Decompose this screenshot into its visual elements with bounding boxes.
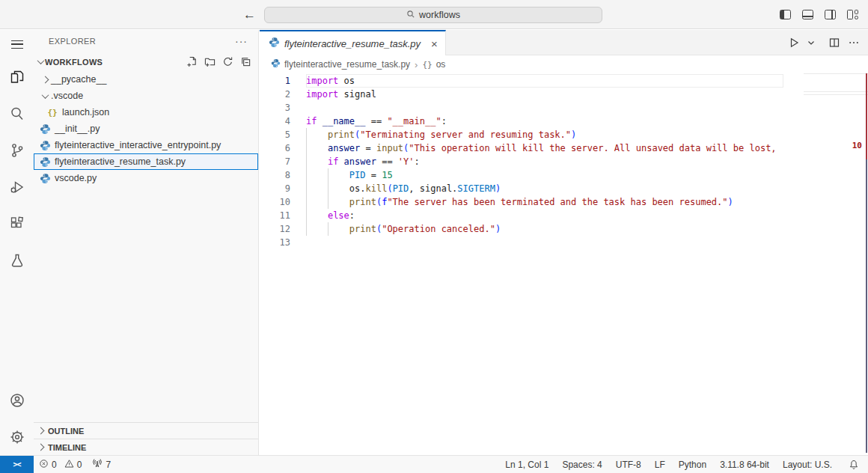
status-utf-8[interactable]: UTF-8	[609, 456, 648, 473]
line-number: 13	[260, 236, 290, 249]
toggle-panel-icon[interactable]	[800, 7, 816, 22]
code-line-3[interactable]: 3	[260, 101, 783, 115]
tab-flyteinteractive-resume-task[interactable]: flyteinteractive_resume_task.py ×	[260, 30, 446, 55]
python-file-icon	[269, 37, 280, 51]
tree-item-flyteinteractive-interactive-entrypoint-py[interactable]: flyteinteractive_interactive_entrypoint.…	[34, 137, 258, 153]
title-bar: ← → workflows	[0, 0, 868, 29]
code-line-11[interactable]: 11 else:	[260, 209, 783, 222]
explorer-icon[interactable]	[0, 58, 34, 95]
line-number: 9	[260, 182, 290, 195]
chevron-right-icon	[37, 427, 45, 435]
nav-back-icon[interactable]: ←	[243, 7, 256, 22]
editor-more-actions-icon[interactable]	[846, 34, 862, 51]
code-line-2[interactable]: 2import signal	[260, 88, 783, 101]
line-number: 2	[260, 88, 290, 101]
command-center-search[interactable]: workflows	[264, 7, 602, 23]
notifications-bell-icon[interactable]	[843, 456, 868, 473]
tree-item-launch-json[interactable]: {}launch.json	[34, 104, 258, 120]
new-folder-icon[interactable]	[204, 55, 216, 68]
status-ln[interactable]: Ln 1, Col 1	[498, 456, 555, 473]
code-line-13[interactable]: 13	[260, 236, 783, 249]
tree-item--vscode[interactable]: .vscode	[34, 88, 258, 104]
code-line-9[interactable]: 9 os.kill(PID, signal.SIGTERM)	[260, 182, 783, 195]
status-spaces[interactable]: Spaces: 4	[555, 456, 608, 473]
refresh-explorer-icon[interactable]	[221, 55, 234, 68]
testing-icon[interactable]	[0, 242, 34, 278]
sidebar-bottom-sections: OUTLINETIMELINE	[34, 422, 258, 455]
line-number: 7	[260, 155, 290, 168]
run-dropdown-chevron-icon[interactable]	[805, 34, 817, 51]
menu-icon[interactable]	[0, 30, 34, 58]
tree-item--init-py[interactable]: __init__.py	[34, 120, 258, 137]
code-line-10[interactable]: 10 print(f"The server has been terminate…	[260, 195, 783, 209]
toggle-primary-sidebar-icon[interactable]	[777, 7, 793, 22]
warning-count: 0	[77, 460, 82, 470]
tab-close-icon[interactable]: ×	[431, 37, 438, 50]
accounts-icon[interactable]	[0, 382, 34, 418]
explorer-more-actions-icon[interactable]: ···	[235, 35, 248, 47]
section-outline[interactable]: OUTLINE	[34, 422, 258, 439]
tree-item-label: .vscode	[51, 91, 83, 101]
line-number: 3	[260, 101, 290, 115]
tab-label: flyteinteractive_resume_task.py	[284, 38, 421, 49]
tree-item--pycache-[interactable]: __pycache__	[34, 71, 258, 88]
code-line-4[interactable]: 4if __name__ == "__main__":	[260, 115, 783, 128]
run-and-debug-icon[interactable]	[0, 168, 34, 205]
line-number: 6	[260, 141, 290, 155]
remote-indicator[interactable]: ><	[0, 456, 34, 473]
workspace-section-label: WORKFLOWS	[45, 58, 103, 67]
code-line-6[interactable]: 6 answer = input("This operation will ki…	[260, 141, 783, 155]
error-icon	[39, 459, 49, 471]
line-number: 5	[260, 128, 290, 141]
collapse-folders-icon[interactable]	[239, 55, 252, 68]
chevron-down-icon	[37, 57, 45, 64]
settings-gear-icon[interactable]	[0, 418, 34, 455]
status-3.11.8[interactable]: 3.11.8 64-bit	[713, 456, 776, 473]
code-line-8[interactable]: 8 PID = 15	[260, 168, 783, 182]
tree-item-label: __pycache__	[51, 74, 106, 85]
tree-item-flyteinteractive-resume-task-py[interactable]: flyteinteractive_resume_task.py	[34, 153, 258, 170]
code-line-12[interactable]: 12 print("Operation canceled.")	[260, 222, 783, 236]
python-file-icon	[271, 58, 281, 70]
line-number: 1	[260, 74, 290, 88]
toggle-secondary-sidebar-icon[interactable]	[822, 7, 838, 22]
explorer-sidebar: EXPLORER ··· WORKFLOWS __pycache__.vscod…	[34, 30, 259, 455]
breadcrumb-symbol[interactable]: os	[436, 59, 446, 70]
ports-indicator[interactable]: 7	[87, 456, 116, 473]
workflows-section-header[interactable]: WORKFLOWS	[34, 52, 258, 71]
minimap-overlay-number: 10	[852, 141, 862, 150]
status-bar: >< 0 0 7 Ln 1, Col 1Spaces: 4UTF-8LFPyth…	[0, 455, 868, 473]
code-editor[interactable]: 1import os2import signal34if __name__ ==…	[260, 73, 868, 455]
status-layout[interactable]: Layout: U.S.	[776, 456, 839, 473]
python-file-icon	[39, 156, 51, 168]
json-file-icon: {}	[46, 106, 58, 118]
tree-item-label: __init__.py	[55, 123, 100, 134]
extensions-icon[interactable]	[0, 205, 34, 242]
tree-item-label: flyteinteractive_resume_task.py	[55, 156, 186, 167]
python-file-icon	[39, 139, 51, 151]
tab-bar: flyteinteractive_resume_task.py ×	[260, 30, 868, 55]
chevron-down-icon	[39, 94, 51, 99]
new-file-icon[interactable]	[186, 55, 198, 68]
tree-item-label: launch.json	[62, 107, 109, 118]
split-editor-icon[interactable]	[826, 34, 843, 51]
code-line-1[interactable]: 1import os	[260, 74, 783, 88]
chevron-right-icon	[39, 77, 51, 82]
chevron-right-icon	[37, 444, 45, 451]
code-line-7[interactable]: 7 if answer == 'Y':	[260, 155, 783, 168]
problems-indicator[interactable]: 0 0	[34, 456, 87, 473]
line-number: 8	[260, 168, 290, 182]
tree-item-vscode-py[interactable]: vscode.py	[34, 170, 258, 186]
line-number: 12	[260, 222, 290, 236]
search-view-icon[interactable]	[0, 95, 34, 132]
line-number: 11	[260, 209, 290, 222]
status-lf[interactable]: LF	[648, 456, 672, 473]
status-python[interactable]: Python	[672, 456, 713, 473]
run-python-file-icon[interactable]	[786, 34, 802, 51]
minimap[interactable]: 10	[783, 73, 868, 455]
code-line-5[interactable]: 5 print("Terminating server and resuming…	[260, 128, 783, 141]
section-timeline[interactable]: TIMELINE	[34, 439, 258, 455]
customize-layout-icon[interactable]	[845, 7, 861, 22]
source-control-icon[interactable]	[0, 132, 34, 168]
breadcrumb-file[interactable]: flyteinteractive_resume_task.py	[284, 59, 410, 70]
